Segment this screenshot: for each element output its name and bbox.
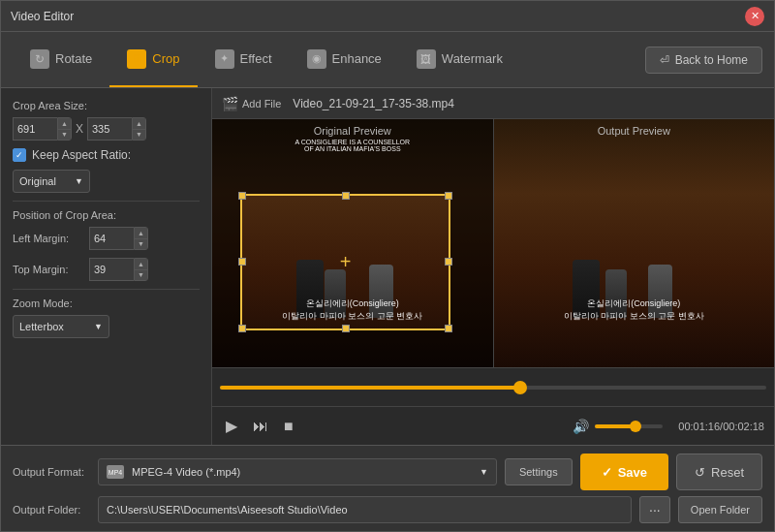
open-folder-button[interactable]: Open Folder — [678, 496, 762, 523]
settings-button[interactable]: Settings — [505, 458, 573, 485]
main-content: Crop Area Size: 691 ▲ ▼ X 335 — [1, 88, 774, 445]
tab-watermark-label: Watermark — [442, 51, 503, 66]
timeline-thumb[interactable] — [513, 381, 527, 394]
back-to-home-button[interactable]: ⏎ Back to Home — [645, 47, 762, 74]
output-subtitle: 온실리에리(Consigliere) 이탈리아 마피아 보스의 고문 변호사 — [564, 297, 704, 323]
left-margin-input[interactable]: 64 — [89, 227, 134, 250]
left-margin-down[interactable]: ▼ — [135, 239, 147, 250]
crop-icon: ⊞ — [127, 49, 146, 69]
close-button[interactable]: ✕ — [745, 7, 764, 26]
width-input[interactable]: 691 — [13, 117, 57, 141]
zoom-mode-select[interactable]: Letterbox ▼ — [13, 315, 109, 338]
aspect-ratio-checkbox[interactable]: ✓ — [13, 148, 26, 162]
format-select[interactable]: MP4 MPEG-4 Video (*.mp4) ▼ — [98, 458, 497, 485]
zoom-mode-chevron: ▼ — [94, 322, 103, 331]
top-margin-label: Top Margin: — [13, 264, 85, 275]
folder-row: Output Folder: C:\Users\USER\Documents\A… — [13, 496, 762, 523]
add-file-icon: 🎬 — [222, 96, 238, 111]
crop-handle-bl[interactable] — [238, 325, 246, 332]
timeline — [212, 367, 774, 406]
tab-enhance[interactable]: ◉ Enhance — [290, 32, 399, 87]
crop-area-label: Crop Area Size: — [13, 100, 200, 111]
output-scene-bg — [494, 119, 775, 367]
watermark-icon: 🖼 — [417, 49, 436, 69]
format-value: MPEG-4 Video (*.mp4) — [132, 466, 240, 478]
title-bar: Video Editor ✕ — [1, 1, 774, 32]
tab-watermark[interactable]: 🖼 Watermark — [399, 32, 520, 87]
reset-label: Reset — [711, 465, 744, 480]
aspect-ratio-value: Original — [19, 175, 56, 187]
fast-forward-icon: ⏭ — [253, 418, 268, 435]
crop-handle-mr[interactable] — [445, 258, 452, 266]
volume-thumb[interactable] — [630, 421, 641, 432]
top-margin-up[interactable]: ▲ — [135, 259, 147, 270]
crop-size-row: 691 ▲ ▼ X 335 ▲ ▼ — [13, 117, 200, 141]
height-input[interactable]: 335 — [87, 117, 132, 141]
output-folder-label: Output Folder: — [13, 504, 90, 516]
save-button[interactable]: ✓ Save — [580, 454, 668, 490]
width-down-button[interactable]: ▼ — [58, 130, 71, 141]
separator-1 — [13, 201, 200, 202]
folder-path-text: C:\Users\USER\Documents\Aiseesoft Studio… — [107, 504, 348, 516]
rotate-icon: ↻ — [30, 49, 49, 69]
timeline-progress — [220, 386, 520, 390]
preview-area: Original Preview A CONSIGLIERE IS — [212, 119, 774, 367]
window-title: Video Editor — [11, 10, 745, 23]
add-file-button[interactable]: 🎬 Add File — [222, 96, 281, 111]
height-down-button[interactable]: ▼ — [133, 130, 145, 141]
aspect-ratio-select[interactable]: Original ▼ — [13, 170, 90, 193]
tab-effect-label: Effect — [240, 51, 272, 66]
timeline-track[interactable] — [220, 386, 766, 390]
top-margin-row: Top Margin: 39 ▲ ▼ — [13, 258, 200, 281]
dark-left — [212, 194, 240, 330]
height-spinners: ▲ ▼ — [132, 117, 146, 141]
width-up-button[interactable]: ▲ — [58, 118, 71, 130]
browse-button[interactable]: ··· — [639, 496, 670, 523]
reset-button[interactable]: ↺ Reset — [676, 454, 762, 490]
folder-path-display: C:\Users\USER\Documents\Aiseesoft Studio… — [98, 496, 632, 523]
width-spinners: ▲ ▼ — [57, 117, 72, 141]
enhance-icon: ◉ — [307, 49, 326, 69]
subtitle: 온실리에리(Consigliere) 이탈리아 마피아 보스의 고문 변호사 — [282, 297, 422, 323]
right-panel: 🎬 Add File Video_21-09-21_17-35-38.mp4 O… — [212, 88, 774, 445]
tab-crop-label: Crop — [152, 51, 179, 66]
toolbar: ↻ Rotate ⊞ Crop ✦ Effect ◉ Enhance 🖼 Wat… — [1, 32, 774, 88]
crop-handle-tm[interactable] — [342, 192, 350, 200]
top-margin-input[interactable]: 39 — [89, 258, 134, 281]
crop-handle-tl[interactable] — [238, 192, 246, 200]
top-margin-down[interactable]: ▼ — [135, 270, 147, 281]
original-preview-label: Original Preview — [314, 125, 391, 137]
format-chevron: ▼ — [480, 467, 488, 477]
width-input-wrap: 691 ▲ ▼ — [13, 117, 72, 141]
left-margin-up[interactable]: ▲ — [135, 228, 147, 239]
stop-button[interactable]: ■ — [280, 416, 297, 437]
original-video-frame: A CONSIGLIERE IS A COUNSELLOROF AN ITALI… — [212, 119, 493, 367]
crop-handle-ml[interactable] — [238, 258, 246, 266]
crop-handle-br[interactable] — [445, 325, 452, 332]
back-label: Back to Home — [675, 53, 748, 67]
save-label: Save — [618, 465, 647, 480]
bottom-bar: Output Format: MP4 MPEG-4 Video (*.mp4) … — [1, 445, 774, 531]
aspect-ratio-label: Keep Aspect Ratio: — [32, 148, 131, 162]
aspect-ratio-chevron: ▼ — [75, 176, 83, 186]
tab-rotate[interactable]: ↻ Rotate — [13, 32, 109, 87]
position-label: Position of Crop Area: — [13, 209, 200, 221]
mp4-icon: MP4 — [107, 465, 124, 479]
settings-label: Settings — [519, 466, 558, 478]
volume-track[interactable] — [595, 424, 663, 428]
tab-crop[interactable]: ⊞ Crop — [109, 32, 197, 87]
output-preview: Output Preview 온실리에리(Consigliere) 이탈리아 마… — [494, 119, 775, 367]
open-folder-label: Open Folder — [691, 504, 750, 516]
tab-effect[interactable]: ✦ Effect — [198, 32, 290, 87]
crop-handle-bm[interactable] — [342, 325, 350, 332]
height-input-wrap: 335 ▲ ▼ — [87, 117, 146, 141]
stop-icon: ■ — [284, 418, 294, 435]
fast-forward-button[interactable]: ⏭ — [249, 416, 272, 437]
action-buttons: ✓ Save ↺ Reset — [580, 454, 762, 490]
time-current: 00:01:16 — [678, 421, 720, 432]
time-display: 00:01:16/00:02:18 — [678, 421, 764, 432]
original-preview: Original Preview A CONSIGLIERE IS — [212, 119, 493, 367]
play-button[interactable]: ▶ — [222, 415, 241, 437]
crop-handle-tr[interactable] — [445, 192, 452, 200]
height-up-button[interactable]: ▲ — [133, 118, 145, 130]
